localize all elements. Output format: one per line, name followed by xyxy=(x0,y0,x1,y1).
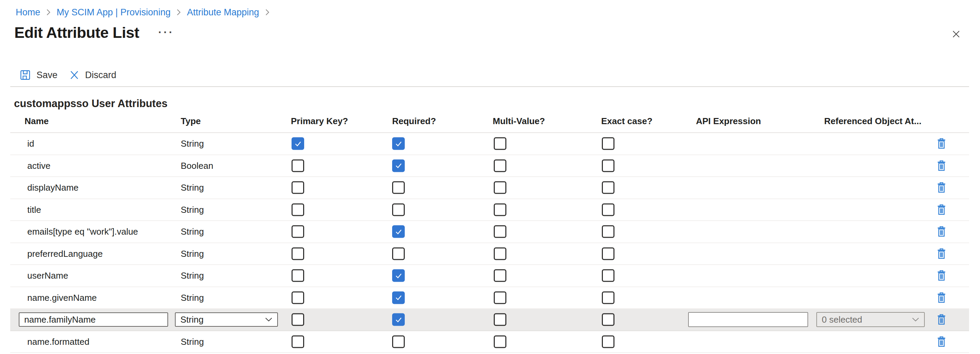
attribute-type-select[interactable]: String xyxy=(175,313,278,327)
exact-case-checkbox[interactable] xyxy=(602,225,614,238)
primary-key-checkbox[interactable] xyxy=(291,182,304,194)
attribute-type: String xyxy=(181,270,204,281)
attribute-name: preferredLanguage xyxy=(27,248,103,259)
table-row: emails[type eq "work"].valueString xyxy=(10,221,969,243)
api-expression-input[interactable] xyxy=(688,312,808,327)
multi-value-checkbox-box xyxy=(494,247,506,260)
required-checkbox-box xyxy=(392,291,405,304)
breadcrumb-chevron-icon xyxy=(176,8,181,16)
exact-case-checkbox[interactable] xyxy=(602,247,614,260)
delete-attribute-button[interactable] xyxy=(935,247,947,261)
breadcrumb: HomeMy SCIM App | ProvisioningAttribute … xyxy=(16,6,270,18)
chevron-down-icon xyxy=(912,317,919,322)
delete-attribute-cell xyxy=(935,247,947,261)
breadcrumb-link[interactable]: Home xyxy=(16,7,40,18)
delete-attribute-cell xyxy=(935,225,947,238)
primary-key-checkbox-box xyxy=(291,203,304,216)
delete-icon xyxy=(937,336,946,348)
required-checkbox[interactable] xyxy=(392,182,405,194)
attribute-type: String xyxy=(181,139,204,149)
attribute-type: String xyxy=(181,204,204,215)
primary-key-checkbox[interactable] xyxy=(291,203,304,216)
primary-key-checkbox[interactable] xyxy=(291,247,304,260)
exact-case-checkbox-box xyxy=(602,225,614,238)
required-checkbox[interactable] xyxy=(392,313,405,326)
exact-case-checkbox-box xyxy=(602,203,614,216)
attribute-name-input[interactable] xyxy=(19,313,168,327)
primary-key-checkbox[interactable] xyxy=(291,291,304,304)
breadcrumb-chevron-icon xyxy=(46,8,51,16)
required-checkbox[interactable] xyxy=(392,291,405,304)
multi-value-checkbox[interactable] xyxy=(494,225,506,238)
primary-key-checkbox[interactable] xyxy=(291,159,304,172)
primary-key-checkbox[interactable] xyxy=(291,225,304,238)
delete-attribute-button[interactable] xyxy=(935,225,947,238)
referenced-object-select[interactable]: 0 selected xyxy=(816,312,925,327)
delete-attribute-button[interactable] xyxy=(935,291,947,305)
multi-value-checkbox[interactable] xyxy=(494,313,506,326)
required-checkbox[interactable] xyxy=(392,159,405,172)
primary-key-checkbox[interactable] xyxy=(291,313,304,326)
primary-key-checkbox-box xyxy=(291,269,304,282)
breadcrumb-link[interactable]: Attribute Mapping xyxy=(187,7,259,18)
multi-value-checkbox-box xyxy=(494,159,506,172)
multi-value-checkbox[interactable] xyxy=(494,137,506,150)
multi-value-checkbox[interactable] xyxy=(494,203,506,216)
required-checkbox[interactable] xyxy=(392,269,405,282)
delete-attribute-cell xyxy=(935,335,947,349)
referenced-object-cell: 0 selected xyxy=(816,312,925,327)
multi-value-checkbox-box xyxy=(494,335,506,348)
required-checkbox[interactable] xyxy=(392,247,405,260)
multi-value-checkbox[interactable] xyxy=(494,247,506,260)
exact-case-checkbox[interactable] xyxy=(602,335,614,348)
delete-attribute-button[interactable] xyxy=(935,159,947,172)
required-checkbox[interactable] xyxy=(392,203,405,216)
exact-case-checkbox[interactable] xyxy=(602,269,614,282)
multi-value-checkbox[interactable] xyxy=(494,291,506,304)
exact-case-checkbox[interactable] xyxy=(602,137,614,150)
column-header-type: Type xyxy=(181,116,201,126)
required-checkbox-box xyxy=(392,247,405,260)
primary-key-checkbox-box xyxy=(291,313,304,326)
exact-case-checkbox[interactable] xyxy=(602,159,614,172)
table-row: String0 selected xyxy=(10,309,969,331)
breadcrumb-link[interactable]: My SCIM App | Provisioning xyxy=(57,7,170,18)
multi-value-checkbox-box xyxy=(494,182,506,194)
primary-key-checkbox[interactable] xyxy=(291,335,304,348)
context-menu-button[interactable]: ··· xyxy=(158,27,174,38)
attribute-type: String xyxy=(181,292,204,303)
attribute-type: String xyxy=(181,248,204,259)
column-header-ec: Exact case? xyxy=(601,116,652,126)
primary-key-checkbox[interactable] xyxy=(291,269,304,282)
discard-label: Discard xyxy=(85,70,117,80)
save-button[interactable]: Save xyxy=(20,70,57,80)
close-button[interactable] xyxy=(948,27,964,43)
delete-attribute-button[interactable] xyxy=(935,269,947,282)
multi-value-checkbox[interactable] xyxy=(494,269,506,282)
exact-case-checkbox[interactable] xyxy=(602,203,614,216)
attribute-type: Boolean xyxy=(181,160,213,171)
required-checkbox-box xyxy=(392,313,405,326)
delete-attribute-cell xyxy=(935,269,947,282)
primary-key-checkbox[interactable] xyxy=(291,137,304,150)
delete-attribute-button[interactable] xyxy=(935,313,947,326)
required-checkbox[interactable] xyxy=(392,225,405,238)
multi-value-checkbox[interactable] xyxy=(494,182,506,194)
exact-case-checkbox[interactable] xyxy=(602,182,614,194)
delete-attribute-button[interactable] xyxy=(935,335,947,349)
delete-attribute-button[interactable] xyxy=(935,203,947,217)
required-checkbox[interactable] xyxy=(392,137,405,150)
required-checkbox-box xyxy=(392,182,405,194)
check-icon xyxy=(394,161,403,170)
discard-button[interactable]: Discard xyxy=(69,70,117,80)
exact-case-checkbox[interactable] xyxy=(602,313,614,326)
required-checkbox[interactable] xyxy=(392,335,405,348)
attribute-name: emails[type eq "work"].value xyxy=(27,226,138,237)
multi-value-checkbox[interactable] xyxy=(494,335,506,348)
exact-case-checkbox[interactable] xyxy=(602,291,614,304)
required-checkbox-box xyxy=(392,335,405,348)
delete-attribute-button[interactable] xyxy=(935,181,947,195)
check-icon xyxy=(394,139,403,148)
delete-attribute-button[interactable] xyxy=(935,137,947,150)
multi-value-checkbox[interactable] xyxy=(494,159,506,172)
